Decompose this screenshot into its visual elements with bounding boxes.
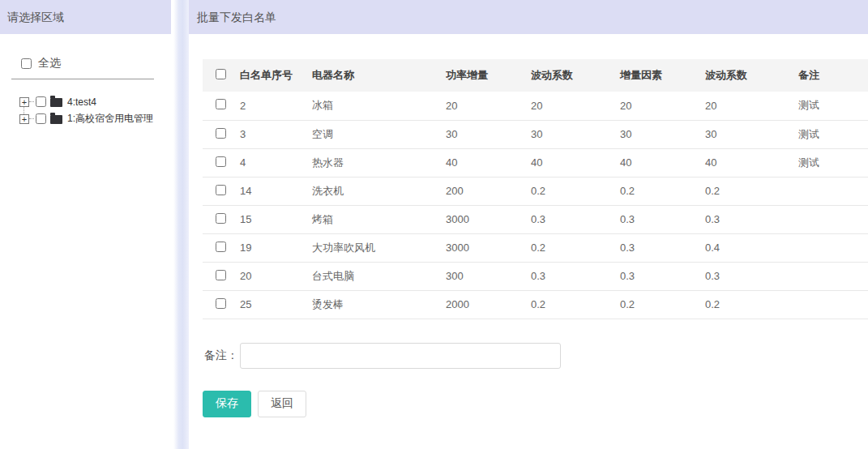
sidebar-scrollbar-track[interactable] (173, 0, 189, 449)
cell-index: 4 (232, 148, 304, 177)
tree-node[interactable]: + 4:test4 (19, 93, 171, 110)
tree-node-checkbox[interactable] (36, 96, 46, 107)
tree-dotted-connector (29, 101, 34, 102)
select-all-row: 全选 (21, 56, 171, 71)
cell-increment-factor: 0.2 (612, 177, 697, 205)
row-checkbox[interactable] (216, 128, 226, 139)
cell-fluctuation-1: 0.2 (523, 177, 612, 205)
cell-remark (790, 290, 868, 319)
row-checkbox[interactable] (216, 99, 226, 109)
select-all-label: 全选 (38, 56, 61, 71)
table-row: 2 冰箱 20 20 20 20 测试 (203, 92, 868, 120)
col-header-fluct2: 波动系数 (697, 59, 790, 92)
remark-row: 备注： (204, 343, 868, 369)
row-checkbox[interactable] (216, 298, 226, 309)
row-checkbox[interactable] (216, 185, 226, 195)
cell-fluctuation-2: 40 (697, 148, 790, 177)
header-select-all-checkbox[interactable] (216, 69, 226, 79)
col-header-remark: 备注 (790, 59, 868, 92)
col-header-fluct1: 波动系数 (523, 59, 612, 92)
button-row: 保存 返回 (203, 391, 868, 417)
cell-remark (790, 262, 868, 290)
cell-remark (790, 233, 868, 262)
cell-index: 20 (232, 262, 304, 290)
cell-appliance-name: 洗衣机 (304, 177, 438, 205)
folder-icon (50, 115, 62, 124)
whitelist-panel: 批量下发白名单 白名单序号 电器名称 功率增量 波动系数 增量因素 波动系数 备… (189, 0, 868, 449)
table-row: 20 台式电脑 300 0.3 0.3 0.3 (203, 262, 868, 290)
cell-fluctuation-2: 0.2 (697, 290, 790, 319)
col-header-name: 电器名称 (304, 59, 438, 92)
cell-remark: 测试 (790, 120, 868, 148)
col-header-index: 白名单序号 (232, 59, 304, 92)
cell-fluctuation-1: 40 (523, 148, 612, 177)
table-body: 2 冰箱 20 20 20 20 测试 3 空调 30 30 30 30 测试 … (203, 92, 868, 319)
tree-node-checkbox[interactable] (36, 113, 46, 124)
sidebar-divider (11, 79, 154, 79)
cell-increment-factor: 30 (612, 120, 697, 148)
table-header-row: 白名单序号 电器名称 功率增量 波动系数 增量因素 波动系数 备注 (203, 59, 868, 92)
tree-node[interactable]: + 1:高校宿舍用电管理 (19, 110, 171, 127)
cell-appliance-name: 烫发棒 (304, 290, 438, 319)
table-row: 19 大功率吹风机 3000 0.2 0.3 0.4 (203, 233, 868, 262)
cell-power-increment: 3000 (438, 205, 523, 233)
cell-remark: 测试 (790, 92, 868, 120)
cell-fluctuation-2: 30 (697, 120, 790, 148)
cell-fluctuation-1: 20 (523, 92, 612, 120)
row-checkbox[interactable] (216, 242, 226, 252)
cell-appliance-name: 热水器 (304, 148, 438, 177)
cell-appliance-name: 大功率吹风机 (304, 233, 438, 262)
remark-input[interactable] (240, 343, 561, 369)
back-button[interactable]: 返回 (258, 391, 306, 417)
tree-node-label[interactable]: 1:高校宿舍用电管理 (67, 112, 153, 126)
cell-fluctuation-1: 0.3 (523, 262, 612, 290)
table-row: 4 热水器 40 40 40 40 测试 (203, 148, 868, 177)
whitelist-table-wrap: 白名单序号 电器名称 功率增量 波动系数 增量因素 波动系数 备注 2 冰箱 2… (203, 59, 868, 319)
cell-fluctuation-2: 0.3 (697, 262, 790, 290)
cell-fluctuation-2: 0.3 (697, 205, 790, 233)
cell-power-increment: 20 (438, 92, 523, 120)
cell-fluctuation-2: 20 (697, 92, 790, 120)
cell-index: 3 (232, 120, 304, 148)
cell-remark (790, 177, 868, 205)
page-title: 批量下发白名单 (189, 0, 868, 34)
cell-index: 15 (232, 205, 304, 233)
cell-fluctuation-2: 0.4 (697, 233, 790, 262)
table-row: 25 烫发棒 2000 0.2 0.2 0.2 (203, 290, 868, 319)
select-all-checkbox[interactable] (21, 58, 32, 69)
cell-power-increment: 200 (438, 177, 523, 205)
cell-appliance-name: 台式电脑 (304, 262, 438, 290)
region-tree: + 4:test4 + 1:高校宿舍用电管理 (0, 93, 171, 127)
cell-power-increment: 40 (438, 148, 523, 177)
table-row: 15 烤箱 3000 0.3 0.3 0.3 (203, 205, 868, 233)
folder-icon (50, 98, 62, 107)
row-checkbox[interactable] (216, 213, 226, 224)
row-checkbox[interactable] (216, 270, 226, 280)
tree-dotted-connector (29, 118, 34, 119)
cell-power-increment: 30 (438, 120, 523, 148)
cell-power-increment: 3000 (438, 233, 523, 262)
cell-increment-factor: 0.2 (612, 290, 697, 319)
whitelist-table: 白名单序号 电器名称 功率增量 波动系数 增量因素 波动系数 备注 2 冰箱 2… (203, 59, 868, 319)
cell-index: 25 (232, 290, 304, 319)
cell-increment-factor: 0.3 (612, 262, 697, 290)
tree-expand-icon[interactable]: + (19, 114, 29, 124)
cell-fluctuation-1: 0.2 (523, 233, 612, 262)
cell-index: 19 (232, 233, 304, 262)
row-checkbox[interactable] (216, 156, 226, 167)
cell-fluctuation-1: 0.3 (523, 205, 612, 233)
cell-increment-factor: 0.3 (612, 233, 697, 262)
cell-power-increment: 300 (438, 262, 523, 290)
tree-expand-icon[interactable]: + (19, 97, 29, 107)
tree-node-label[interactable]: 4:test4 (67, 96, 96, 108)
cell-fluctuation-1: 30 (523, 120, 612, 148)
cell-remark (790, 205, 868, 233)
cell-remark: 测试 (790, 148, 868, 177)
cell-index: 14 (232, 177, 304, 205)
save-button[interactable]: 保存 (203, 391, 251, 417)
table-row: 14 洗衣机 200 0.2 0.2 0.2 (203, 177, 868, 205)
cell-appliance-name: 烤箱 (304, 205, 438, 233)
col-header-factor: 增量因素 (612, 59, 697, 92)
cell-increment-factor: 0.3 (612, 205, 697, 233)
cell-fluctuation-2: 0.2 (697, 177, 790, 205)
